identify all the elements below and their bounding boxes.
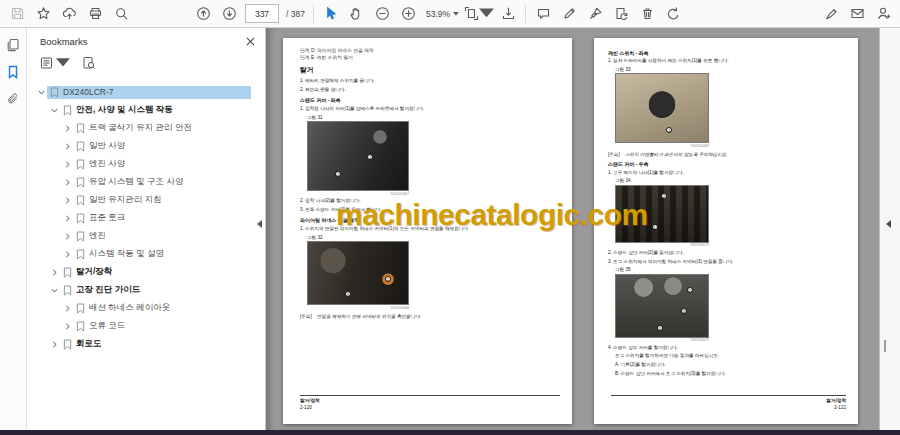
- expand-icon[interactable]: [49, 269, 60, 276]
- text-line: 그림 31: [307, 115, 472, 120]
- convert-page-icon: [614, 6, 629, 21]
- bookmark-icon: [76, 123, 85, 134]
- footer-page-number: 2-121: [611, 405, 846, 412]
- navigation-rail: [0, 28, 27, 430]
- chevron-down-icon: [479, 6, 494, 21]
- fill-sign-button[interactable]: [582, 2, 608, 26]
- print-button[interactable]: [82, 2, 108, 26]
- bookmark-icon: [76, 141, 85, 152]
- fit-width-button[interactable]: [495, 2, 521, 26]
- text-line: 그림 34: [615, 178, 750, 183]
- close-panel-button[interactable]: [246, 37, 255, 46]
- expand-icon[interactable]: [62, 197, 73, 204]
- bookmark-icon: [63, 285, 72, 296]
- save-button[interactable]: [4, 2, 30, 26]
- collapse-panel-handle[interactable]: [257, 220, 262, 228]
- attachments-tab[interactable]: [6, 92, 20, 106]
- expand-icon[interactable]: [62, 233, 73, 240]
- chevron-down-icon: [56, 56, 70, 70]
- text-line: 스탠드 커버 - 좌측: [300, 97, 472, 103]
- expand-icon[interactable]: [62, 179, 73, 186]
- comment-button[interactable]: [530, 2, 556, 26]
- expand-icon[interactable]: [62, 323, 73, 330]
- next-page-button[interactable]: [216, 2, 242, 26]
- bookmark-icon: [76, 159, 85, 170]
- bookmark-icon: [50, 87, 59, 98]
- photo-caption: DS2100069: [615, 144, 709, 148]
- bottom-edge-bar: [0, 430, 900, 435]
- collapse-icon[interactable]: [49, 107, 60, 114]
- bookmark-icon: [76, 177, 85, 188]
- expand-icon[interactable]: [62, 251, 73, 258]
- callout-number: 1: [666, 127, 672, 133]
- undo-button[interactable]: [660, 2, 686, 26]
- zoom-out-button[interactable]: [370, 2, 396, 26]
- previous-page-button[interactable]: [190, 2, 216, 26]
- user-account-icon: [876, 6, 891, 21]
- bookmark-item[interactable]: 탈거/장착: [60, 265, 251, 279]
- chevron-down-icon: [453, 12, 459, 16]
- bookmarks-tab[interactable]: [6, 65, 20, 79]
- upload-cloud-button[interactable]: [56, 2, 82, 26]
- bookmark-item[interactable]: 엔진: [73, 229, 251, 243]
- bookmark-item[interactable]: 엔진 사양: [73, 157, 251, 171]
- page-thumbnails-tab[interactable]: [6, 38, 20, 52]
- watermark-text: machinecatalogic.com: [336, 198, 648, 232]
- scrollbar-thumb[interactable]: [884, 340, 886, 352]
- expand-icon[interactable]: [62, 143, 73, 150]
- photo-caption: DS2100070: [615, 243, 709, 247]
- bookmark-item[interactable]: 오류 코드: [73, 319, 251, 333]
- collapse-icon[interactable]: [36, 89, 47, 96]
- collapse-icon[interactable]: [49, 287, 60, 294]
- text-line: 단계 D: 와이어링 하네스 연결 해제: [300, 47, 472, 53]
- page-number-input[interactable]: [245, 4, 279, 23]
- bookmark-item[interactable]: 배선 하네스 레이아웃: [73, 301, 251, 315]
- footer-section-label: 탈거/장착: [611, 398, 846, 405]
- bookmark-item[interactable]: 일반 유지관리 지침: [73, 193, 251, 207]
- options-list-icon: [40, 56, 54, 70]
- bookmark-item[interactable]: 일반 사양: [73, 139, 251, 153]
- close-icon: [246, 37, 255, 46]
- pencil-icon: [562, 6, 577, 21]
- highlight-button[interactable]: [556, 2, 582, 26]
- bookmark-item[interactable]: 회로도: [60, 337, 251, 351]
- search-bookmarks-button[interactable]: [82, 56, 96, 70]
- bookmark-item[interactable]: 안전, 사양 및 시스템 작동: [60, 103, 251, 117]
- zoom-in-button[interactable]: [396, 2, 422, 26]
- request-signatures-button[interactable]: [818, 2, 844, 26]
- bookmark-item[interactable]: 유압 시스템 및 구조 사양: [73, 175, 251, 189]
- expand-tools-handle[interactable]: [886, 220, 891, 228]
- text-line: 단계 E: 캐빈 스위치 탈거: [300, 54, 472, 60]
- account-button[interactable]: [870, 2, 896, 26]
- bookmark-item[interactable]: 고장 진단 가이드: [60, 283, 251, 297]
- arrow-up-circle-icon: [196, 6, 211, 21]
- star-button[interactable]: [30, 2, 56, 26]
- bookmark-row: 고장 진단 가이드: [28, 281, 265, 299]
- document-canvas[interactable]: 단계 D: 와이어링 하네스 연결 해제단계 E: 캐빈 스위치 탈거탈거1. …: [266, 28, 880, 430]
- bookmark-row: 안전, 사양 및 시스템 작동: [28, 101, 265, 119]
- expand-icon[interactable]: [49, 341, 60, 348]
- text-line: 캐빈 스위치 - 좌측: [608, 50, 750, 56]
- expand-icon[interactable]: [62, 305, 73, 312]
- bookmark-row: 트랙 굴삭기 유지 관리 안전: [28, 119, 265, 137]
- delete-button[interactable]: [634, 2, 660, 26]
- zoom-level-select[interactable]: 53.9%: [422, 2, 463, 26]
- hand-tool-button[interactable]: [344, 2, 370, 26]
- expand-icon[interactable]: [62, 215, 73, 222]
- fit-page-button[interactable]: [463, 2, 495, 26]
- email-button[interactable]: [844, 2, 870, 26]
- bookmark-item[interactable]: 시스템 작동 및 설명: [73, 247, 251, 261]
- export-pdf-button[interactable]: [608, 2, 634, 26]
- search-button[interactable]: [108, 2, 134, 26]
- bookmark-icon: [76, 195, 85, 206]
- bookmarks-tree: DX240LCR-7안전, 사양 및 시스템 작동트랙 굴삭기 유지 관리 안전…: [28, 74, 265, 353]
- bookmark-options-button[interactable]: [40, 56, 70, 70]
- text-line: 1. 일자 드라이버를 사용하여 캐빈 스위치(1)를 위로 뺍니다.: [608, 58, 750, 64]
- callout-number: 1: [385, 276, 391, 282]
- bookmark-item[interactable]: 트랙 굴삭기 유지 관리 안전: [73, 121, 251, 135]
- expand-icon[interactable]: [62, 161, 73, 168]
- bookmark-item[interactable]: DX240LCR-7: [47, 86, 251, 99]
- bookmark-item[interactable]: 표준 토크: [73, 211, 251, 225]
- expand-icon[interactable]: [62, 125, 73, 132]
- select-tool-button[interactable]: [318, 2, 344, 26]
